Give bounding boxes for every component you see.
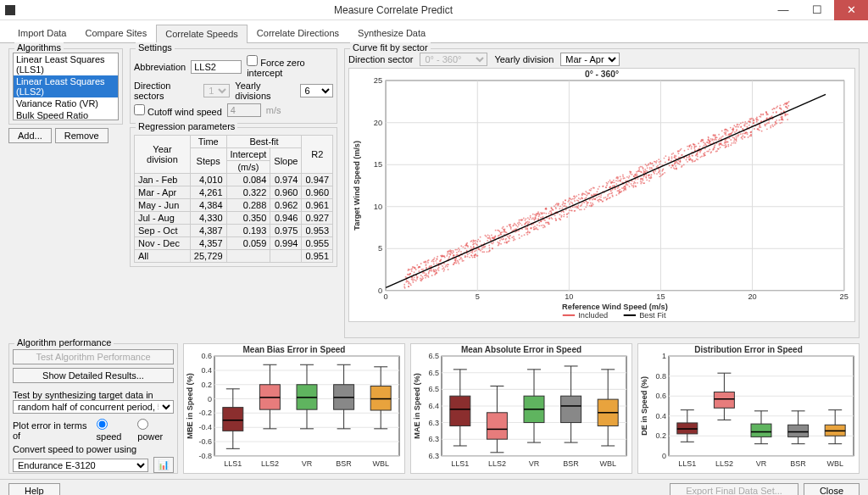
algo-bsr[interactable]: Bulk Speed Ratio (BSR) (14, 109, 118, 120)
radio-power[interactable] (137, 419, 148, 430)
svg-point-889 (679, 164, 681, 165)
svg-point-476 (437, 268, 439, 270)
svg-point-1200 (757, 129, 759, 131)
tab-correlate-speeds[interactable]: Correlate Speeds (156, 25, 248, 43)
svg-point-1124 (709, 142, 710, 143)
svg-point-1284 (609, 197, 611, 198)
svg-point-937 (518, 221, 520, 223)
curve-yearly-div-select[interactable]: Mar - Apr (560, 53, 620, 66)
svg-point-1160 (574, 210, 576, 212)
svg-point-533 (629, 186, 631, 187)
titlebar: Measure Correlate Predict — ☐ ✕ (0, 0, 868, 20)
tab-compare-sites[interactable]: Compare Sites (75, 24, 156, 42)
curvefit-fieldset: Curve fit by sector Direction sector 0° … (344, 48, 860, 338)
svg-point-1166 (587, 202, 589, 203)
algorithm-listbox[interactable]: Linear Least Squares (LLS1) Linear Least… (13, 53, 119, 120)
svg-point-708 (426, 264, 427, 266)
minimize-button[interactable]: — (766, 0, 800, 20)
svg-point-714 (458, 261, 459, 263)
algo-vr[interactable]: Variance Ratio (VR) (14, 97, 118, 109)
svg-point-671 (454, 249, 456, 251)
svg-point-613 (447, 253, 448, 255)
remove-algorithm-button[interactable]: Remove (55, 128, 108, 143)
svg-point-1021 (779, 108, 781, 109)
svg-point-201 (477, 239, 479, 241)
svg-point-771 (565, 206, 567, 208)
svg-point-145 (429, 270, 431, 271)
svg-point-141 (412, 280, 414, 281)
maximize-button[interactable]: ☐ (800, 0, 834, 20)
radio-speed[interactable] (97, 419, 108, 430)
convert-select[interactable]: Endurance E-3120 (13, 459, 148, 472)
mae-chart: 6.36.36.36.46.56.56.5LLS1LLS2VRBSRWBLMea… (410, 343, 632, 474)
svg-point-1015 (749, 121, 751, 123)
svg-point-434 (459, 259, 460, 260)
power-curve-button[interactable]: 📊 (153, 457, 174, 473)
svg-point-1229 (635, 186, 637, 187)
svg-point-804 (513, 236, 515, 237)
svg-point-939 (741, 137, 743, 139)
svg-point-1070 (718, 134, 720, 136)
force-zero-label[interactable]: Force zero intercept (247, 55, 333, 78)
svg-point-485 (452, 253, 453, 254)
svg-point-534 (732, 142, 733, 144)
svg-point-1154 (504, 242, 505, 243)
svg-point-401 (566, 214, 568, 215)
svg-point-1306 (765, 112, 767, 114)
svg-point-1099 (554, 214, 556, 216)
force-zero-checkbox[interactable] (247, 55, 258, 66)
svg-point-698 (626, 176, 628, 178)
svg-point-111 (487, 251, 488, 253)
tab-synthesize-data[interactable]: Synthesize Data (348, 24, 435, 42)
cutoff-label[interactable]: Cutoff wind speed (134, 104, 222, 117)
svg-point-965 (425, 277, 426, 279)
svg-point-327 (620, 175, 621, 177)
svg-point-1328 (559, 208, 560, 209)
svg-point-469 (500, 238, 502, 240)
svg-point-877 (491, 234, 492, 236)
svg-point-1261 (590, 190, 592, 192)
svg-text:VR: VR (529, 459, 540, 468)
add-algorithm-button[interactable]: Add... (8, 128, 52, 143)
show-details-button[interactable]: Show Detailed Results... (13, 368, 174, 383)
svg-point-694 (416, 264, 418, 266)
yearly-div-select[interactable]: 6 (300, 84, 333, 97)
tab-import-data[interactable]: Import Data (8, 24, 75, 42)
svg-point-363 (770, 125, 771, 127)
close-button[interactable]: ✕ (834, 0, 868, 20)
svg-point-1368 (619, 191, 620, 192)
svg-point-904 (641, 166, 643, 168)
svg-point-1352 (555, 218, 557, 220)
svg-point-976 (657, 165, 659, 167)
svg-point-1204 (422, 277, 424, 279)
svg-text:Reference Wind Speed (m/s): Reference Wind Speed (m/s) (562, 303, 668, 311)
svg-point-529 (642, 178, 643, 180)
cutoff-checkbox[interactable] (134, 104, 145, 115)
yearly-div-label: Yearly divisions (235, 81, 294, 101)
svg-point-764 (771, 125, 773, 126)
tab-correlate-directions[interactable]: Correlate Directions (248, 24, 348, 42)
algo-lls1[interactable]: Linear Least Squares (LLS1) (14, 53, 118, 75)
svg-point-1341 (426, 267, 427, 269)
algo-lls2[interactable]: Linear Least Squares (LLS2) (14, 75, 118, 97)
help-button[interactable]: Help (8, 483, 60, 495)
svg-point-1396 (636, 173, 637, 175)
svg-point-898 (590, 202, 592, 203)
dir-sectors-select: 1 (203, 84, 230, 97)
svg-point-551 (732, 131, 734, 132)
svg-point-958 (460, 245, 462, 247)
table-row: Jan - Feb4,0100.0840.9740.947 (135, 174, 333, 186)
abbrev-input[interactable] (191, 60, 242, 74)
svg-point-1413 (555, 219, 557, 220)
svg-point-1001 (504, 228, 506, 230)
svg-point-195 (766, 123, 768, 125)
svg-point-846 (638, 169, 640, 170)
test-synth-select[interactable]: random half of concurrent period, 50x (13, 400, 174, 414)
svg-point-293 (457, 259, 459, 261)
svg-text:WBL: WBL (826, 459, 843, 468)
svg-point-863 (578, 197, 580, 199)
close-dialog-button[interactable]: Close (804, 483, 860, 495)
svg-point-1113 (627, 184, 629, 186)
svg-point-1236 (779, 122, 781, 124)
svg-point-128 (555, 204, 557, 206)
